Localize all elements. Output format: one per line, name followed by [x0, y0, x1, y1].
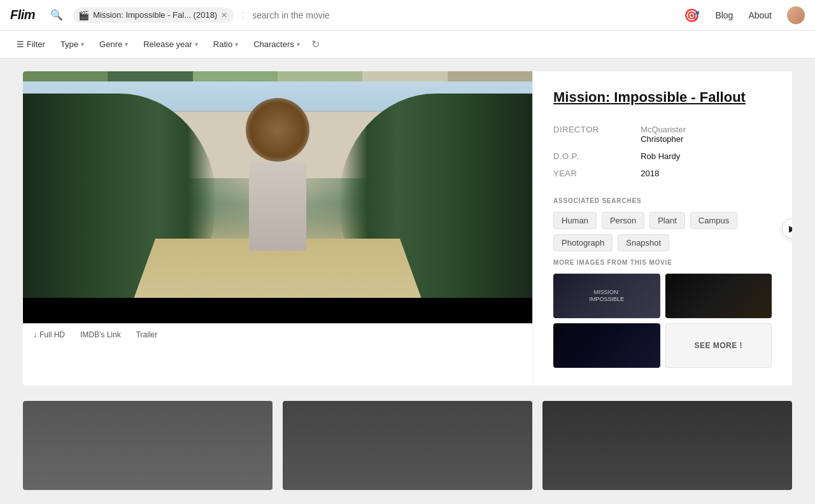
logo: Flim: [10, 8, 35, 22]
about-link[interactable]: About: [748, 10, 772, 20]
tag-snapshot[interactable]: Snapshot: [618, 234, 669, 251]
type-label: Type: [60, 39, 78, 49]
imdb-link[interactable]: IMDB's Link: [80, 330, 121, 339]
mi-logo: MISSION:IMPOSSIBLE: [589, 289, 624, 303]
bottom-thumbnail-1[interactable]: [23, 401, 273, 490]
bottom-thumbnail-grid: [23, 401, 792, 490]
characters-filter[interactable]: Characters ▾: [247, 36, 306, 53]
movie-tab[interactable]: 🎬 Mission: Impossible - Fal... (2018) ✕: [73, 8, 234, 23]
ratio-label: Ratio: [213, 39, 232, 49]
dop-row: D.O.P. Rob Hardy: [553, 148, 772, 165]
tag-photograph[interactable]: Photograph: [553, 234, 613, 251]
more-images-title: MORE IMAGES FROM THIS MOVIE: [553, 259, 772, 266]
tab-label: Mission: Impossible - Fal... (2018): [93, 10, 217, 20]
dop-label: D.O.P.: [553, 148, 641, 165]
tags-row: Human Person Plant Campus Photograph Sna…: [553, 212, 772, 251]
movie-title[interactable]: Mission: Impossible - Fallout: [553, 89, 772, 106]
color-swatch-3: [193, 71, 278, 81]
thumbnail-1[interactable]: MISSION:IMPOSSIBLE: [553, 274, 660, 318]
chevron-down-icon: ▾: [297, 41, 300, 48]
color-swatch-1: [23, 71, 108, 81]
filter-icon: ☰: [17, 39, 24, 49]
filter-label: Filter: [27, 39, 45, 49]
bottom-thumbnail-2[interactable]: [283, 401, 532, 490]
avatar[interactable]: [787, 6, 805, 24]
release-year-label: Release year: [143, 39, 192, 49]
close-tab-button[interactable]: ✕: [221, 11, 227, 20]
director-name-main: Christopher: [641, 134, 772, 144]
director-value: McQuarister Christopher: [641, 121, 772, 148]
tag-human[interactable]: Human: [553, 212, 597, 229]
director-row: DIRECTOR McQuarister Christopher: [553, 121, 772, 148]
movie-icon: 🎬: [78, 10, 89, 20]
filter-button[interactable]: ☰ Filter: [10, 36, 52, 53]
dop-value: Rob Hardy: [641, 148, 772, 165]
woman-hair: [246, 98, 309, 162]
chevron-right-icon: ▶: [789, 223, 793, 234]
see-more-button[interactable]: SEE MORE !: [665, 323, 772, 368]
thumbnail-3[interactable]: [553, 323, 660, 368]
nav-right: 🎯 Blog About: [684, 6, 805, 24]
movie-info-table: DIRECTOR McQuarister Christopher D.O.P. …: [553, 121, 772, 182]
chevron-down-icon: ▾: [235, 41, 238, 48]
blog-link[interactable]: Blog: [715, 10, 733, 20]
year-label: YEAR: [553, 165, 641, 182]
download-icon: ↓: [33, 330, 37, 339]
thumbnail-2[interactable]: [665, 274, 772, 318]
ratio-filter[interactable]: Ratio ▾: [207, 36, 244, 53]
tag-person[interactable]: Person: [602, 212, 644, 229]
refresh-button[interactable]: ↻: [311, 38, 320, 50]
color-swatch-6: [448, 71, 532, 81]
movie-right-panel: Mission: Impossible - Fallout DIRECTOR M…: [532, 71, 792, 386]
color-swatch-4: [278, 71, 362, 81]
genre-label: Genre: [99, 39, 122, 49]
release-year-filter[interactable]: Release year ▾: [137, 36, 204, 53]
search-input[interactable]: [252, 10, 676, 20]
color-strip: [23, 71, 532, 81]
thumbnails-grid: MISSION:IMPOSSIBLE SEE MORE !: [553, 274, 772, 368]
woman-body: [249, 162, 306, 251]
tag-campus[interactable]: Campus: [690, 212, 737, 229]
genre-filter[interactable]: Genre ▾: [93, 36, 134, 53]
garden-scene: [23, 81, 532, 323]
bottom-thumbnail-3[interactable]: [542, 401, 792, 490]
movie-footer: ↓ Full HD IMDB's Link Trailer: [23, 323, 532, 346]
movie-card: ↓ Full HD IMDB's Link Trailer Mission: I…: [23, 71, 792, 386]
main-content: ↓ Full HD IMDB's Link Trailer Mission: I…: [0, 59, 815, 504]
color-swatch-2: [108, 71, 192, 81]
director-label: DIRECTOR: [553, 121, 641, 148]
trailer-link[interactable]: Trailer: [136, 330, 158, 339]
full-hd-label: Full HD: [39, 330, 65, 339]
aim-icon[interactable]: 🎯: [684, 8, 700, 23]
tag-plant[interactable]: Plant: [649, 212, 685, 229]
search-icon[interactable]: 🔍: [48, 6, 66, 24]
director-name-overlay: McQuarister: [641, 125, 772, 134]
type-filter[interactable]: Type ▾: [54, 36, 90, 53]
woman-figure: [239, 98, 316, 251]
associated-searches-title: ASSOCIATED SEARCHES: [553, 197, 772, 204]
full-hd-link[interactable]: ↓ Full HD: [33, 330, 65, 339]
letterbox-bottom: [23, 298, 532, 323]
year-row: YEAR 2018: [553, 165, 772, 182]
separator: :: [241, 8, 244, 22]
main-scene-image[interactable]: [23, 81, 532, 323]
top-navigation: Flim 🔍 🎬 Mission: Impossible - Fal... (2…: [0, 0, 815, 31]
filter-bar: ☰ Filter Type ▾ Genre ▾ Release year ▾ R…: [0, 31, 815, 59]
movie-left-panel: ↓ Full HD IMDB's Link Trailer: [23, 71, 532, 386]
color-swatch-5: [362, 71, 447, 81]
year-value: 2018: [641, 165, 772, 182]
chevron-down-icon: ▾: [125, 41, 128, 48]
chevron-down-icon: ▾: [195, 41, 198, 48]
characters-label: Characters: [253, 39, 294, 49]
chevron-down-icon: ▾: [81, 41, 84, 48]
